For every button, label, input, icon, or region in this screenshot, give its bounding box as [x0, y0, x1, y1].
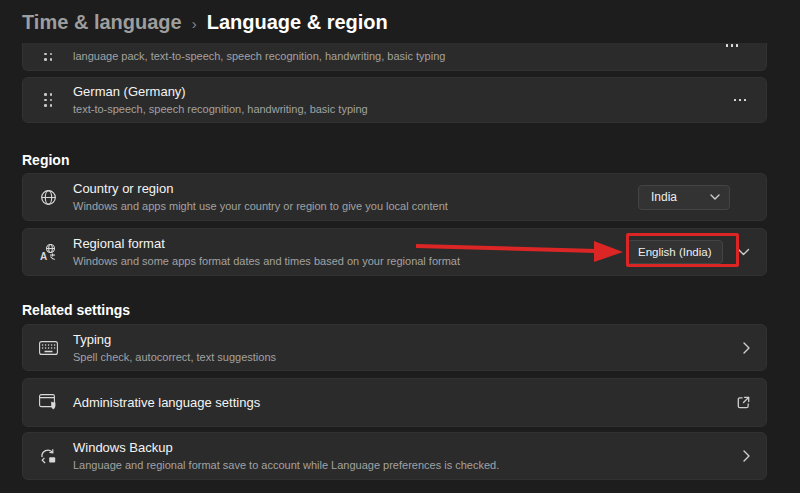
- regional-format-row[interactable]: A Regional format Windows and some apps …: [22, 228, 767, 276]
- typing-description: Spell check, autocorrect, text suggestio…: [73, 351, 743, 364]
- drag-handle-icon[interactable]: [37, 93, 59, 107]
- settings-window: Time & language › Language & region lang…: [0, 0, 800, 493]
- typing-title: Typing: [73, 332, 743, 348]
- breadcrumb-separator-icon: ›: [192, 13, 197, 32]
- language-row-clipped[interactable]: language pack, text-to-speech, speech re…: [22, 43, 767, 71]
- admin-shield-icon: [37, 394, 59, 411]
- language-row-subtitle: language pack, text-to-speech, speech re…: [73, 50, 750, 63]
- page-title: Language & region: [207, 11, 388, 34]
- backup-sync-icon: [37, 448, 59, 465]
- chevron-right-icon: [743, 450, 750, 462]
- regional-format-description: Windows and some apps format dates and t…: [73, 255, 627, 268]
- windows-backup-description: Language and regional format save to acc…: [73, 459, 743, 472]
- language-globe-icon: A: [37, 243, 59, 261]
- windows-backup-title: Windows Backup: [73, 440, 743, 456]
- windows-backup-row[interactable]: Windows Backup Language and regional for…: [22, 432, 767, 480]
- keyboard-icon: [37, 341, 59, 355]
- globe-icon: [37, 189, 59, 206]
- administrative-settings-row[interactable]: Administrative language settings: [22, 378, 767, 427]
- country-dropdown[interactable]: India: [638, 185, 730, 210]
- section-heading-related: Related settings: [22, 302, 130, 318]
- more-options-icon[interactable]: [730, 95, 751, 106]
- typing-row[interactable]: Typing Spell check, autocorrect, text su…: [22, 324, 767, 371]
- regional-format-dropdown[interactable]: English (India): [627, 240, 723, 264]
- country-region-row: Country or region Windows and apps might…: [22, 173, 767, 221]
- country-region-title: Country or region: [73, 181, 638, 197]
- section-heading-region: Region: [22, 152, 69, 168]
- language-row-subtitle: text-to-speech, speech recognition, hand…: [73, 103, 730, 116]
- chevron-right-icon: [743, 342, 750, 354]
- more-options-icon[interactable]: [722, 43, 743, 51]
- administrative-settings-title: Administrative language settings: [73, 395, 737, 411]
- external-link-icon: [737, 396, 750, 409]
- breadcrumb-parent[interactable]: Time & language: [22, 11, 182, 34]
- chevron-down-icon: [710, 194, 720, 200]
- regional-format-dropdown-value: English (India): [638, 246, 712, 258]
- country-dropdown-value: India: [651, 190, 677, 204]
- expander-chevron-down-icon[interactable]: [737, 248, 750, 256]
- drag-handle-icon[interactable]: [37, 53, 59, 61]
- country-region-description: Windows and apps might use your country …: [73, 200, 638, 213]
- language-row-title: German (Germany): [73, 84, 730, 100]
- regional-format-title: Regional format: [73, 236, 627, 252]
- svg-text:A: A: [40, 251, 47, 262]
- language-row-german[interactable]: German (Germany) text-to-speech, speech …: [22, 77, 767, 123]
- breadcrumb: Time & language › Language & region: [22, 11, 388, 34]
